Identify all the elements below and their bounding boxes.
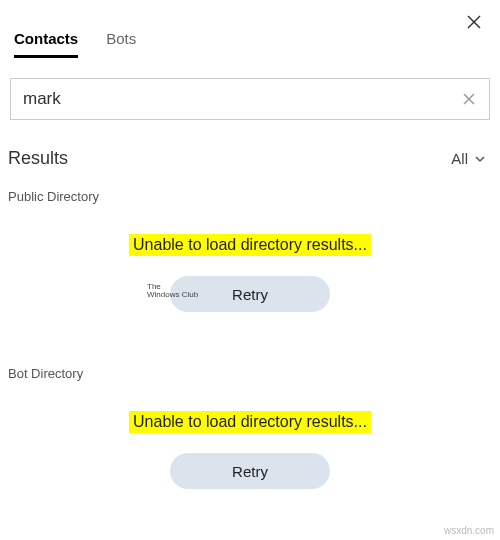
results-header: Results All [0, 120, 500, 169]
section-public-label: Public Directory [0, 169, 500, 204]
clear-search-button[interactable] [461, 91, 477, 107]
filter-dropdown[interactable]: All [451, 150, 486, 167]
public-error-block: Unable to load directory results... Retr… [0, 234, 500, 312]
bot-retry-button[interactable]: Retry [170, 453, 330, 489]
bot-error-message: Unable to load directory results... [129, 411, 371, 433]
bot-error-block: Unable to load directory results... Retr… [0, 411, 500, 489]
search-field-wrap [10, 78, 490, 120]
public-error-message: Unable to load directory results... [129, 234, 371, 256]
clear-icon [461, 91, 477, 107]
public-retry-button[interactable]: Retry [170, 276, 330, 312]
close-button[interactable] [466, 14, 482, 30]
tab-contacts[interactable]: Contacts [14, 30, 78, 58]
results-label: Results [8, 148, 68, 169]
corner-watermark: wsxdn.com [444, 525, 494, 536]
tab-bots[interactable]: Bots [106, 30, 136, 58]
section-bot-label: Bot Directory [0, 346, 500, 381]
filter-label: All [451, 150, 468, 167]
tabs-bar: Contacts Bots [0, 0, 500, 58]
chevron-down-icon [474, 153, 486, 165]
close-icon [466, 14, 482, 30]
search-input[interactable] [23, 89, 461, 109]
